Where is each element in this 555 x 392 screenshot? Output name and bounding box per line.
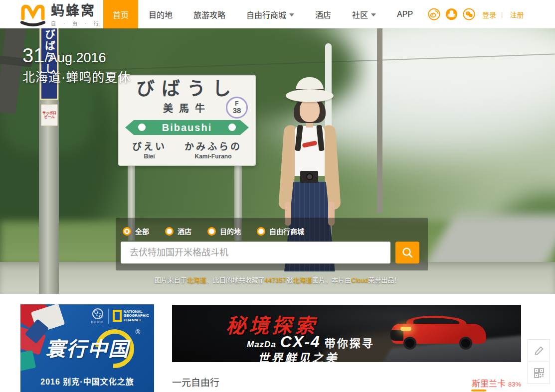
site-logo[interactable]: 蚂蜂窝 自 · 由 · 行 xyxy=(20,3,102,27)
caption-text: 图片来自于 xyxy=(155,276,187,284)
traveler-hat-brim xyxy=(286,89,334,102)
pencil-icon xyxy=(534,345,545,356)
station-code-badge: F 38 xyxy=(226,97,248,119)
next-station-romaji: Kami-Furano xyxy=(185,153,242,160)
sapporo-beer-sign-text: サッポロ ビール xyxy=(41,111,57,119)
registered-mark: ® xyxy=(135,328,140,336)
nav-tab-destination[interactable]: 目的地 xyxy=(138,0,183,28)
radio-icon[interactable] xyxy=(207,227,216,236)
buick-campaign-subtitle: 2016 别克·中国文化之旅 xyxy=(20,375,154,387)
filter-hotel-label: 酒店 xyxy=(178,226,191,236)
search-icon xyxy=(401,247,413,259)
traveler-face xyxy=(300,99,320,122)
traveler-camera-lens xyxy=(306,173,313,180)
nav-tab-home[interactable]: 首页 xyxy=(103,0,138,28)
brand-name: 蚂蜂窝 xyxy=(51,3,102,18)
radio-selected-icon[interactable] xyxy=(123,227,131,236)
filter-mall-label: 自由行商城 xyxy=(269,226,304,236)
buick-logo: BUICK xyxy=(91,308,104,324)
destination-progress-bar xyxy=(471,390,486,392)
hero-date: 31/Aug.2016 xyxy=(22,44,106,67)
logo-divider xyxy=(108,309,109,324)
mazda-ad-banner[interactable]: 秘境探索 MazDa CX-4 带你探寻 世界鲜见之美 xyxy=(172,305,521,362)
mazda-car-graphic xyxy=(391,316,486,347)
hero-banner: びばうし サッポロ ビール びばうし 美馬牛 F 38 Bibaushi びえい… xyxy=(0,28,555,294)
caption-photo-count: 447357 xyxy=(265,276,286,284)
top-nav-bar: 蚂蜂窝 自 · 由 · 行 首页 目的地 旅游攻略 自由行商城 酒店 社区 AP… xyxy=(0,0,555,28)
weibo-icon[interactable] xyxy=(428,8,440,20)
filter-all-label: 全部 xyxy=(135,226,149,236)
band-dot xyxy=(138,124,146,131)
caption-author-link[interactable]: Cloud xyxy=(351,276,368,284)
search-input[interactable] xyxy=(121,242,390,263)
nav-tab-app[interactable]: APP xyxy=(386,0,423,28)
next-station: かみふらの Kami-Furano xyxy=(185,139,242,160)
mafengwo-logo-icon xyxy=(20,4,46,26)
photo-caption: 图片来自于北海道，此目的地共收藏了447357张北海道图片，本片由Cloud荣誉… xyxy=(0,275,555,284)
mazda-brand-text: MazDa xyxy=(247,340,276,350)
filter-hotel[interactable]: 酒店 xyxy=(165,226,191,236)
prev-station-kana: びえい xyxy=(132,139,167,152)
brand-slogan: 自 · 由 · 行 xyxy=(51,19,102,27)
destination-name[interactable]: 斯里兰卡 xyxy=(472,377,506,389)
chevron-down-icon xyxy=(289,13,294,16)
auth-divider: | xyxy=(501,10,503,18)
caption-text: 荣誉出品！ xyxy=(368,276,400,284)
main-nav: 首页 目的地 旅游攻略 自由行商城 酒店 社区 APP xyxy=(103,0,423,28)
radio-icon[interactable] xyxy=(257,227,265,236)
filter-destination[interactable]: 目的地 xyxy=(207,226,241,236)
search-filter-group: 全部 酒店 目的地 自由行商城 xyxy=(116,218,428,236)
qr-code-button[interactable] xyxy=(528,362,550,384)
login-link[interactable]: 登录 xyxy=(482,9,496,19)
prev-station: びえい Biei xyxy=(132,139,167,160)
section-title-one-yuan-trip: 一元自由行 xyxy=(172,375,219,389)
caption-text: 张 xyxy=(286,276,293,284)
nav-tab-mall-label: 自由行商城 xyxy=(246,8,286,20)
nav-tab-community-label: 社区 xyxy=(352,8,368,20)
nav-tab-guides[interactable]: 旅游攻略 xyxy=(183,0,236,28)
chevron-down-icon xyxy=(371,13,376,16)
sapporo-beer-sign: サッポロ ビール xyxy=(41,104,58,126)
caption-destination-link[interactable]: 北海道 xyxy=(293,276,312,284)
wechat-icon[interactable] xyxy=(463,8,475,20)
buick-logo-text: BUICK xyxy=(91,320,104,324)
filter-mall[interactable]: 自由行商城 xyxy=(257,226,304,236)
edit-button[interactable] xyxy=(528,340,550,362)
destination-percent: 83% xyxy=(508,381,521,388)
nav-right-group: 登录 | 注册 xyxy=(428,0,524,28)
hero-date-day: 31 xyxy=(22,44,45,66)
radio-icon[interactable] xyxy=(165,227,174,236)
mazda-subline: 世界鲜见之美 xyxy=(258,349,339,362)
destination-vote-item[interactable]: 斯里兰卡 83% xyxy=(472,377,521,389)
station-sign-board: びばうし 美馬牛 F 38 Bibaushi びえい Biei かみふらの Ka… xyxy=(118,75,256,166)
nav-tab-mall[interactable]: 自由行商城 xyxy=(236,0,305,28)
content-section: BUICK NATIONAL GEOGRAPHIC CHANNEL 寰行中国 ®… xyxy=(0,294,555,392)
national-geographic-logo: NATIONAL GEOGRAPHIC CHANNEL xyxy=(113,310,149,323)
caption-text: ，此目的地共收藏了 xyxy=(206,276,265,284)
nat-geo-text: NATIONAL GEOGRAPHIC CHANNEL xyxy=(124,310,149,323)
qq-icon[interactable] xyxy=(445,8,458,20)
mazda-tagline: 带你探寻 xyxy=(325,334,374,350)
search-button[interactable] xyxy=(395,242,419,263)
station-name-romaji: Bibaushi xyxy=(162,122,212,133)
band-dot xyxy=(228,124,236,131)
nav-tab-community[interactable]: 社区 xyxy=(342,0,386,28)
buick-ad-banner[interactable]: BUICK NATIONAL GEOGRAPHIC CHANNEL 寰行中国 ®… xyxy=(20,304,154,392)
register-link[interactable]: 注册 xyxy=(510,9,524,19)
prev-station-romaji: Biei xyxy=(132,153,167,160)
next-station-kana: かみふらの xyxy=(185,139,242,152)
hero-title: 北海道·蝉鸣的夏休 xyxy=(22,67,131,85)
buick-campaign-title: 寰行中国 xyxy=(45,338,129,361)
station-line-band: Bibaushi xyxy=(125,120,249,135)
station-name-kanji: 美馬牛 xyxy=(163,103,211,114)
hero-wood-pole xyxy=(377,28,382,213)
qr-code-icon xyxy=(534,368,545,379)
search-panel: 全部 酒店 目的地 自由行商城 xyxy=(116,218,428,270)
floating-toolbar xyxy=(528,339,550,384)
filter-destination-label: 目的地 xyxy=(220,226,241,236)
nav-tab-hotel[interactable]: 酒店 xyxy=(305,0,342,28)
caption-text: 图片，本片由 xyxy=(312,276,351,284)
station-code-number: 38 xyxy=(233,107,241,114)
caption-destination-link[interactable]: 北海道 xyxy=(187,276,206,284)
filter-all[interactable]: 全部 xyxy=(123,226,149,236)
